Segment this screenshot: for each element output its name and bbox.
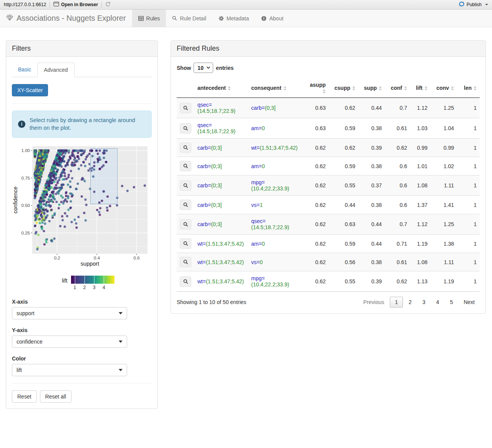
- pagination-next[interactable]: Next: [459, 297, 480, 307]
- pagination-previous[interactable]: Previous: [358, 297, 389, 307]
- reset-all-button[interactable]: Reset all: [40, 390, 71, 403]
- rule-detail-button[interactable]: [180, 200, 191, 210]
- pagination-page-5[interactable]: 5: [445, 297, 458, 307]
- pagination-page-1[interactable]: 1: [390, 297, 403, 307]
- consequent-attribute[interactable]: mpg=: [251, 275, 265, 281]
- antecedent-value[interactable]: (14.5;18.7;22.9): [197, 108, 235, 114]
- pagination-page-2[interactable]: 2: [404, 297, 417, 307]
- rule-detail-button[interactable]: [180, 142, 191, 153]
- rule-detail-button[interactable]: [180, 123, 191, 134]
- consequent-attribute[interactable]: am=: [251, 241, 262, 247]
- antecedent-attribute[interactable]: carb=: [197, 202, 211, 208]
- column-header-asupp[interactable]: asupp: [302, 78, 329, 98]
- antecedent-attribute[interactable]: qsec=: [197, 122, 212, 128]
- antecedent-value[interactable]: (1.51;3.47;5.42): [206, 241, 244, 247]
- consequent-value[interactable]: 1: [260, 202, 263, 208]
- column-header-supp[interactable]: supp: [358, 78, 385, 98]
- column-header-conf[interactable]: conf: [385, 78, 410, 98]
- consequent-value[interactable]: (0;3]: [265, 105, 275, 111]
- consequent-value[interactable]: (10.4;22.2;33.9): [251, 281, 289, 288]
- csupp-cell: 0.55: [329, 175, 358, 196]
- filters-panel-title: Filters: [6, 41, 157, 57]
- consequent-attribute[interactable]: am=: [251, 163, 262, 169]
- consequent-attribute[interactable]: am=: [251, 125, 262, 131]
- navbar-tab-about[interactable]: About: [255, 10, 290, 27]
- rule-detail-button[interactable]: [180, 180, 191, 191]
- rules-table: antecedentconsequentasuppcsuppsuppconfli…: [177, 78, 480, 292]
- column-header-consequent[interactable]: consequent: [248, 78, 302, 98]
- antecedent-attribute[interactable]: wt=: [197, 241, 206, 247]
- column-header-len[interactable]: len: [457, 78, 480, 98]
- consequent-value[interactable]: 0: [262, 125, 265, 131]
- reset-button[interactable]: Reset: [12, 390, 37, 403]
- chevron-down-icon: [119, 341, 123, 343]
- antecedent-value[interactable]: (0;3]: [211, 202, 222, 208]
- consequent-value[interactable]: (14.5;18.7;22.9): [251, 224, 289, 230]
- column-header-antecedent[interactable]: antecedent: [194, 78, 248, 98]
- svg-text:1.00: 1.00: [22, 148, 30, 153]
- antecedent-value[interactable]: (0;3]: [211, 221, 222, 227]
- antecedent-attribute[interactable]: carb=: [197, 221, 211, 227]
- tab-advanced[interactable]: Advanced: [37, 63, 74, 77]
- asupp-cell: 0.63: [302, 118, 329, 139]
- refresh-button[interactable]: [105, 2, 111, 8]
- supp-cell: 0.44: [358, 235, 385, 253]
- chevron-down-icon: [119, 312, 123, 314]
- scatter-plot-canvas[interactable]: 0.250.500.751.000.20.40.6supportconfiden…: [13, 143, 148, 271]
- antecedent-value[interactable]: (14.5;18.7;22.9): [197, 128, 235, 134]
- navbar-tab-metadata[interactable]: Metadata: [212, 10, 255, 27]
- column-header-conv[interactable]: conv: [431, 78, 457, 98]
- toolbar-divider: [101, 2, 102, 8]
- column-header-csupp[interactable]: csupp: [329, 78, 358, 98]
- rule-detail-button[interactable]: [180, 161, 191, 171]
- consequent-attribute[interactable]: wt=: [251, 145, 260, 151]
- rule-detail-button[interactable]: [180, 103, 191, 113]
- gem-icon: [6, 14, 13, 23]
- antecedent-value[interactable]: (0;3]: [211, 163, 222, 169]
- entries-select[interactable]: 10: [194, 63, 213, 73]
- consequent-attribute[interactable]: vs=: [251, 202, 260, 208]
- consequent-attribute[interactable]: vs=: [251, 259, 260, 265]
- antecedent-attribute[interactable]: carb=: [197, 163, 211, 169]
- consequent-value[interactable]: (10.4;22.2;33.9): [251, 185, 289, 192]
- consequent-value[interactable]: 0: [262, 163, 265, 169]
- antecedent-attribute[interactable]: carb=: [197, 145, 211, 151]
- conf-cell: 0.7: [385, 214, 410, 235]
- column-header-lift[interactable]: lift: [410, 78, 431, 98]
- consequent-attribute[interactable]: carb=: [251, 105, 265, 111]
- antecedent-value[interactable]: (0;3]: [211, 182, 222, 188]
- antecedent-value[interactable]: (1.51;3.47;5.42): [206, 259, 244, 265]
- csupp-cell: 0.55: [329, 271, 358, 292]
- asupp-cell: 0.62: [302, 235, 329, 253]
- publish-button[interactable]: Publish: [459, 1, 488, 8]
- xy-scatter-button[interactable]: XY-Scatter: [12, 84, 48, 96]
- supp-cell: 0.38: [358, 253, 385, 271]
- pagination-page-3[interactable]: 3: [417, 297, 431, 307]
- antecedent-attribute[interactable]: carb=: [197, 182, 211, 188]
- antecedent-value[interactable]: (1.51;3.47;5.42): [206, 278, 244, 284]
- rules-scatter-plot[interactable]: 0.250.500.751.000.20.40.6supportconfiden…: [13, 143, 152, 291]
- rule-detail-button[interactable]: [180, 276, 191, 287]
- navbar-tab-rule-detail[interactable]: Rule Detail: [166, 10, 212, 27]
- y-axis-select[interactable]: confidence: [12, 336, 127, 348]
- antecedent-attribute[interactable]: qsec=: [197, 102, 212, 108]
- antecedent-attribute[interactable]: wt=: [197, 278, 206, 284]
- open-in-browser-button[interactable]: Open in Browser: [53, 2, 98, 8]
- consequent-value[interactable]: 0: [262, 241, 265, 247]
- rule-detail-button[interactable]: [180, 219, 191, 230]
- antecedent-value[interactable]: (0;3]: [211, 145, 222, 151]
- rule-detail-button[interactable]: [180, 257, 191, 267]
- csupp-cell: 0.63: [329, 214, 358, 235]
- color-select[interactable]: lift: [12, 364, 127, 376]
- consequent-attribute[interactable]: mpg=: [251, 179, 265, 185]
- consequent-attribute[interactable]: qsec=: [251, 218, 266, 224]
- pagination-page-4[interactable]: 4: [431, 297, 444, 307]
- consequent-value[interactable]: 0: [260, 259, 263, 265]
- len-cell: 1: [457, 196, 480, 214]
- consequent-value[interactable]: (1.51;3.47;5.42): [260, 145, 298, 151]
- navbar-tab-rules[interactable]: Rules: [132, 10, 166, 27]
- rule-detail-button[interactable]: [180, 238, 191, 249]
- x-axis-select[interactable]: support: [12, 307, 127, 319]
- tab-basic[interactable]: Basic: [12, 63, 37, 77]
- antecedent-attribute[interactable]: wt=: [197, 259, 206, 265]
